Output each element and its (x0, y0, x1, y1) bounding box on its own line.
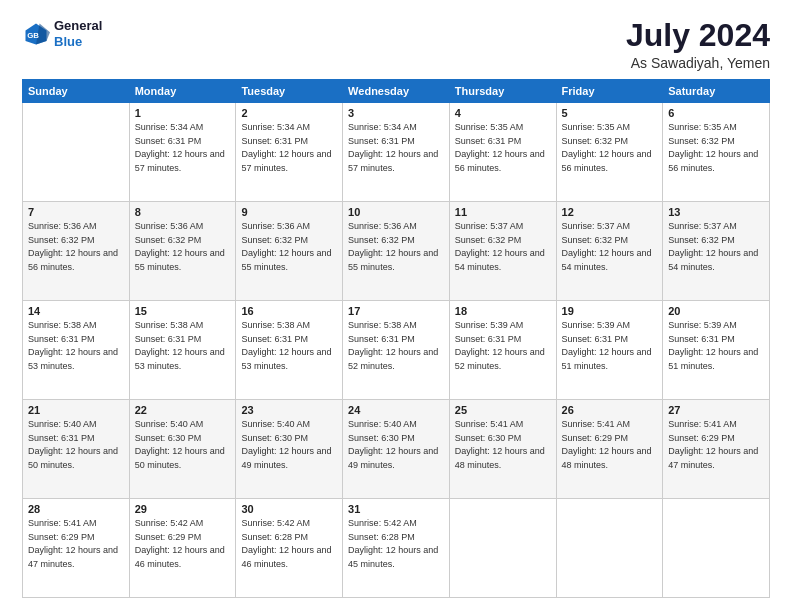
day-number: 16 (241, 305, 337, 317)
table-row: 26Sunrise: 5:41 AMSunset: 6:29 PMDayligh… (556, 400, 663, 499)
calendar-week-row: 7Sunrise: 5:36 AMSunset: 6:32 PMDaylight… (23, 202, 770, 301)
sunset-text: Sunset: 6:29 PM (28, 532, 95, 542)
day-info: Sunrise: 5:39 AMSunset: 6:31 PMDaylight:… (455, 319, 551, 373)
day-number: 20 (668, 305, 764, 317)
table-row: 30Sunrise: 5:42 AMSunset: 6:28 PMDayligh… (236, 499, 343, 598)
table-row (663, 499, 770, 598)
day-number: 13 (668, 206, 764, 218)
sunrise-text: Sunrise: 5:41 AM (668, 419, 737, 429)
sunset-text: Sunset: 6:30 PM (135, 433, 202, 443)
table-row: 8Sunrise: 5:36 AMSunset: 6:32 PMDaylight… (129, 202, 236, 301)
table-row: 20Sunrise: 5:39 AMSunset: 6:31 PMDayligh… (663, 301, 770, 400)
day-info: Sunrise: 5:36 AMSunset: 6:32 PMDaylight:… (241, 220, 337, 274)
day-info: Sunrise: 5:41 AMSunset: 6:29 PMDaylight:… (562, 418, 658, 472)
sunrise-text: Sunrise: 5:38 AM (135, 320, 204, 330)
sunset-text: Sunset: 6:31 PM (28, 334, 95, 344)
sunrise-text: Sunrise: 5:38 AM (241, 320, 310, 330)
sunrise-text: Sunrise: 5:35 AM (455, 122, 524, 132)
sunset-text: Sunset: 6:31 PM (135, 334, 202, 344)
day-info: Sunrise: 5:35 AMSunset: 6:32 PMDaylight:… (562, 121, 658, 175)
svg-text:GB: GB (27, 30, 39, 39)
table-row: 15Sunrise: 5:38 AMSunset: 6:31 PMDayligh… (129, 301, 236, 400)
col-saturday: Saturday (663, 80, 770, 103)
sunrise-text: Sunrise: 5:41 AM (562, 419, 631, 429)
sunrise-text: Sunrise: 5:34 AM (135, 122, 204, 132)
calendar-table: Sunday Monday Tuesday Wednesday Thursday… (22, 79, 770, 598)
sunset-text: Sunset: 6:32 PM (562, 235, 629, 245)
sunset-text: Sunset: 6:30 PM (348, 433, 415, 443)
sunrise-text: Sunrise: 5:37 AM (562, 221, 631, 231)
day-info: Sunrise: 5:36 AMSunset: 6:32 PMDaylight:… (28, 220, 124, 274)
table-row: 19Sunrise: 5:39 AMSunset: 6:31 PMDayligh… (556, 301, 663, 400)
daylight-text: Daylight: 12 hours and 56 minutes. (562, 149, 652, 173)
table-row: 5Sunrise: 5:35 AMSunset: 6:32 PMDaylight… (556, 103, 663, 202)
day-info: Sunrise: 5:41 AMSunset: 6:29 PMDaylight:… (668, 418, 764, 472)
sunset-text: Sunset: 6:32 PM (28, 235, 95, 245)
page: GB General Blue July 2024 As Sawadiyah, … (0, 0, 792, 612)
sunrise-text: Sunrise: 5:37 AM (668, 221, 737, 231)
sunrise-text: Sunrise: 5:42 AM (241, 518, 310, 528)
daylight-text: Daylight: 12 hours and 54 minutes. (455, 248, 545, 272)
daylight-text: Daylight: 12 hours and 55 minutes. (241, 248, 331, 272)
daylight-text: Daylight: 12 hours and 56 minutes. (455, 149, 545, 173)
day-info: Sunrise: 5:39 AMSunset: 6:31 PMDaylight:… (562, 319, 658, 373)
sunset-text: Sunset: 6:32 PM (562, 136, 629, 146)
sunset-text: Sunset: 6:31 PM (668, 334, 735, 344)
sunrise-text: Sunrise: 5:35 AM (562, 122, 631, 132)
daylight-text: Daylight: 12 hours and 53 minutes. (241, 347, 331, 371)
table-row: 13Sunrise: 5:37 AMSunset: 6:32 PMDayligh… (663, 202, 770, 301)
table-row: 29Sunrise: 5:42 AMSunset: 6:29 PMDayligh… (129, 499, 236, 598)
col-thursday: Thursday (449, 80, 556, 103)
day-number: 25 (455, 404, 551, 416)
sunset-text: Sunset: 6:30 PM (241, 433, 308, 443)
sunrise-text: Sunrise: 5:40 AM (241, 419, 310, 429)
daylight-text: Daylight: 12 hours and 46 minutes. (135, 545, 225, 569)
table-row: 16Sunrise: 5:38 AMSunset: 6:31 PMDayligh… (236, 301, 343, 400)
day-number: 3 (348, 107, 444, 119)
table-row: 31Sunrise: 5:42 AMSunset: 6:28 PMDayligh… (343, 499, 450, 598)
day-number: 31 (348, 503, 444, 515)
title-block: July 2024 As Sawadiyah, Yemen (626, 18, 770, 71)
day-info: Sunrise: 5:34 AMSunset: 6:31 PMDaylight:… (348, 121, 444, 175)
logo: GB General Blue (22, 18, 102, 49)
sunrise-text: Sunrise: 5:41 AM (28, 518, 97, 528)
sunset-text: Sunset: 6:31 PM (28, 433, 95, 443)
day-number: 17 (348, 305, 444, 317)
col-wednesday: Wednesday (343, 80, 450, 103)
day-number: 4 (455, 107, 551, 119)
table-row: 17Sunrise: 5:38 AMSunset: 6:31 PMDayligh… (343, 301, 450, 400)
daylight-text: Daylight: 12 hours and 47 minutes. (28, 545, 118, 569)
table-row: 28Sunrise: 5:41 AMSunset: 6:29 PMDayligh… (23, 499, 130, 598)
day-info: Sunrise: 5:42 AMSunset: 6:28 PMDaylight:… (241, 517, 337, 571)
daylight-text: Daylight: 12 hours and 53 minutes. (28, 347, 118, 371)
day-info: Sunrise: 5:40 AMSunset: 6:30 PMDaylight:… (241, 418, 337, 472)
main-title: July 2024 (626, 18, 770, 53)
sunrise-text: Sunrise: 5:41 AM (455, 419, 524, 429)
sunset-text: Sunset: 6:29 PM (135, 532, 202, 542)
daylight-text: Daylight: 12 hours and 52 minutes. (348, 347, 438, 371)
day-number: 10 (348, 206, 444, 218)
logo-line2: Blue (54, 34, 102, 50)
sunset-text: Sunset: 6:28 PM (348, 532, 415, 542)
daylight-text: Daylight: 12 hours and 49 minutes. (241, 446, 331, 470)
sunrise-text: Sunrise: 5:42 AM (348, 518, 417, 528)
daylight-text: Daylight: 12 hours and 54 minutes. (668, 248, 758, 272)
sunrise-text: Sunrise: 5:38 AM (348, 320, 417, 330)
day-info: Sunrise: 5:42 AMSunset: 6:28 PMDaylight:… (348, 517, 444, 571)
day-number: 22 (135, 404, 231, 416)
col-monday: Monday (129, 80, 236, 103)
table-row: 12Sunrise: 5:37 AMSunset: 6:32 PMDayligh… (556, 202, 663, 301)
table-row: 14Sunrise: 5:38 AMSunset: 6:31 PMDayligh… (23, 301, 130, 400)
daylight-text: Daylight: 12 hours and 48 minutes. (455, 446, 545, 470)
day-info: Sunrise: 5:41 AMSunset: 6:30 PMDaylight:… (455, 418, 551, 472)
table-row: 23Sunrise: 5:40 AMSunset: 6:30 PMDayligh… (236, 400, 343, 499)
day-info: Sunrise: 5:34 AMSunset: 6:31 PMDaylight:… (135, 121, 231, 175)
table-row: 11Sunrise: 5:37 AMSunset: 6:32 PMDayligh… (449, 202, 556, 301)
day-info: Sunrise: 5:35 AMSunset: 6:32 PMDaylight:… (668, 121, 764, 175)
col-tuesday: Tuesday (236, 80, 343, 103)
sunrise-text: Sunrise: 5:39 AM (455, 320, 524, 330)
day-number: 8 (135, 206, 231, 218)
day-number: 7 (28, 206, 124, 218)
day-number: 14 (28, 305, 124, 317)
calendar-week-row: 14Sunrise: 5:38 AMSunset: 6:31 PMDayligh… (23, 301, 770, 400)
